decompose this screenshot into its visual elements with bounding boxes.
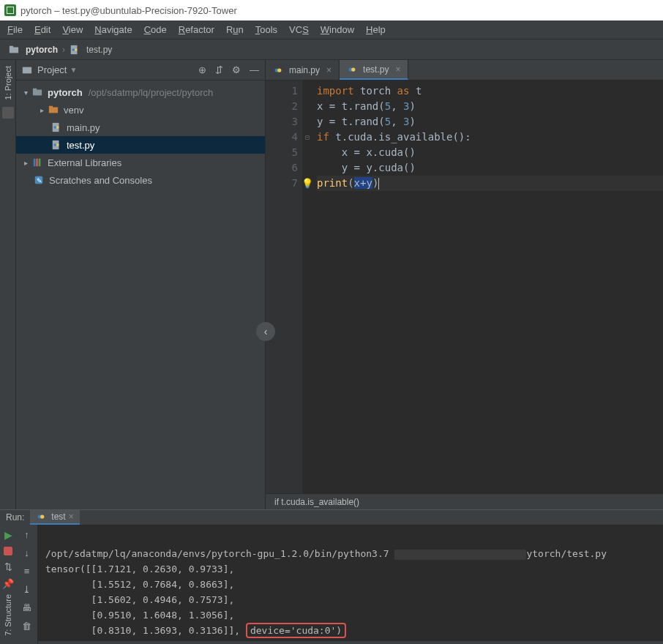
- tree-test[interactable]: test.py: [16, 136, 265, 154]
- chevron-right-icon: ›: [62, 45, 65, 55]
- code-token: t: [409, 85, 422, 97]
- menu-edit[interactable]: Edit: [34, 24, 50, 35]
- settings-gear-icon[interactable]: ⚙: [232, 64, 241, 75]
- hide-icon[interactable]: —: [250, 64, 259, 75]
- library-icon: [32, 157, 42, 168]
- toggle-soft-wrap-icon[interactable]: ⇅: [4, 561, 12, 572]
- editor-breadcrumb[interactable]: if t.cuda.is_available(): [266, 493, 663, 509]
- svg-point-3: [72, 48, 75, 51]
- tree-main[interactable]: main.py: [16, 119, 265, 136]
- python-file-icon: [36, 512, 46, 522]
- code-token: ): [372, 177, 378, 189]
- tree-scratches[interactable]: ✎ Scratches and Consoles: [16, 171, 265, 189]
- folder-icon: [32, 87, 42, 97]
- menu-tools[interactable]: Tools: [255, 24, 277, 35]
- locate-icon[interactable]: ⊕: [198, 64, 206, 75]
- tab-test-label: test.py: [363, 64, 389, 75]
- code-area[interactable]: import torch as t x = t.rand(5, 3) y = t…: [312, 80, 663, 493]
- chevron-right-icon[interactable]: ▸: [22, 159, 29, 167]
- menu-help[interactable]: Help: [366, 24, 386, 35]
- svg-rect-5: [23, 67, 31, 73]
- scratches-icon: ✎: [34, 175, 44, 185]
- code-token: y = t.rand(: [317, 116, 385, 127]
- fold-column: ⊟ 💡: [302, 80, 312, 493]
- line-number: 4: [266, 130, 298, 145]
- print-icon[interactable]: 🖶: [22, 602, 31, 613]
- close-icon[interactable]: ×: [69, 512, 74, 522]
- run-tab[interactable]: test ×: [30, 510, 79, 525]
- run-tab-label: test: [51, 512, 65, 522]
- python-file-icon: [273, 65, 283, 75]
- svg-rect-0: [10, 47, 18, 53]
- window-title: pytorch – test.py@ubuntulab-Precision-79…: [20, 5, 237, 16]
- console-cmd-b: ytorch/test.py: [526, 548, 607, 559]
- console-line: [1.5512, 0.7684, 0.8663],: [45, 579, 234, 590]
- up-icon[interactable]: ↑: [24, 529, 29, 540]
- console-line: tensor([[1.7121, 0.2630, 0.9733],: [45, 564, 234, 574]
- tree-root-path: /opt/sdatmp/lq/project/pytorch: [89, 87, 214, 98]
- code-token: 5: [385, 100, 391, 112]
- menu-vcs[interactable]: VCS: [289, 24, 309, 35]
- tree-root[interactable]: ▾ pytorch /opt/sdatmp/lq/project/pytorch: [16, 83, 265, 101]
- editor-body[interactable]: 1 2 3 4 5 6 7 ⊟ 💡 import torch as t x = …: [266, 80, 663, 493]
- folder-icon: [9, 45, 19, 55]
- tree-main-label: main.py: [67, 122, 100, 133]
- svg-rect-9: [49, 106, 53, 108]
- line-number: 5: [266, 145, 298, 160]
- code-token: ): [409, 100, 415, 112]
- code-token: as: [397, 85, 410, 97]
- tree-venv-label: venv: [64, 105, 83, 116]
- editor-area: main.py × test.py × 1 2 3 4 5 6 7 ⊟: [266, 60, 663, 509]
- run-label: Run:: [6, 512, 24, 523]
- left-bottom-rail: 7: Structure: [0, 585, 16, 644]
- code-token: x = t.rand(: [317, 100, 385, 112]
- trash-icon[interactable]: 🗑: [22, 621, 31, 632]
- code-token: print: [317, 177, 348, 189]
- console-output[interactable]: /opt/sdatmp/lq/anaconda/envs/pytorch-gpu…: [38, 525, 663, 644]
- caret: [378, 178, 379, 190]
- breadcrumb-root[interactable]: pytorch: [26, 45, 58, 55]
- tree-venv[interactable]: ▸ venv: [16, 101, 265, 119]
- python-file-icon: [70, 45, 80, 55]
- code-token: torch: [354, 85, 397, 97]
- tree-external-libs[interactable]: ▸ External Libraries: [16, 154, 265, 171]
- console-line: [0.8310, 1.3693, 0.3136]],: [45, 625, 246, 636]
- svg-point-14: [54, 143, 57, 146]
- menu-run[interactable]: Run: [226, 24, 244, 35]
- lightbulb-icon[interactable]: 💡: [301, 178, 313, 189]
- tab-main[interactable]: main.py ×: [266, 60, 340, 80]
- python-file-icon: [347, 64, 357, 75]
- rail-icon[interactable]: [2, 107, 14, 119]
- menu-window[interactable]: Window: [321, 24, 354, 35]
- breadcrumb-file[interactable]: test.py: [86, 45, 112, 55]
- chevron-right-icon[interactable]: ▸: [38, 106, 45, 114]
- menu-navigate[interactable]: Navigate: [94, 24, 132, 35]
- close-icon[interactable]: ×: [326, 65, 332, 75]
- wrap-icon[interactable]: ≡: [24, 566, 30, 577]
- line-number: 1: [266, 83, 298, 99]
- tab-test[interactable]: test.py ×: [340, 60, 408, 80]
- close-icon[interactable]: ×: [395, 64, 400, 75]
- svg-rect-1: [10, 45, 13, 48]
- rail-tab-project[interactable]: 1: Project: [2, 63, 14, 102]
- collapse-sidebar-button[interactable]: ‹: [256, 322, 275, 341]
- svg-point-26: [40, 514, 44, 518]
- project-pane-title[interactable]: Project: [37, 64, 67, 75]
- menu-code[interactable]: Code: [144, 24, 167, 35]
- collapse-all-icon[interactable]: ⇵: [215, 64, 223, 75]
- dropdown-icon[interactable]: ▼: [70, 66, 77, 74]
- svg-point-22: [277, 68, 281, 72]
- menu-view[interactable]: View: [62, 24, 83, 35]
- chevron-down-icon[interactable]: ▾: [22, 89, 29, 97]
- down-icon[interactable]: ↓: [24, 547, 29, 558]
- scroll-to-end-icon[interactable]: ⤓: [23, 584, 31, 595]
- code-token: ,: [391, 116, 403, 127]
- fold-icon[interactable]: ⊟: [302, 130, 312, 145]
- menu-refactor[interactable]: Refactor: [179, 24, 214, 35]
- rail-tab-structure[interactable]: 7: Structure: [4, 594, 12, 636]
- stop-icon[interactable]: [4, 547, 12, 555]
- run-icon[interactable]: ▶: [4, 529, 12, 541]
- editor-tabs: main.py × test.py ×: [266, 60, 663, 80]
- menu-file[interactable]: File: [7, 24, 23, 35]
- line-number: 2: [266, 99, 298, 114]
